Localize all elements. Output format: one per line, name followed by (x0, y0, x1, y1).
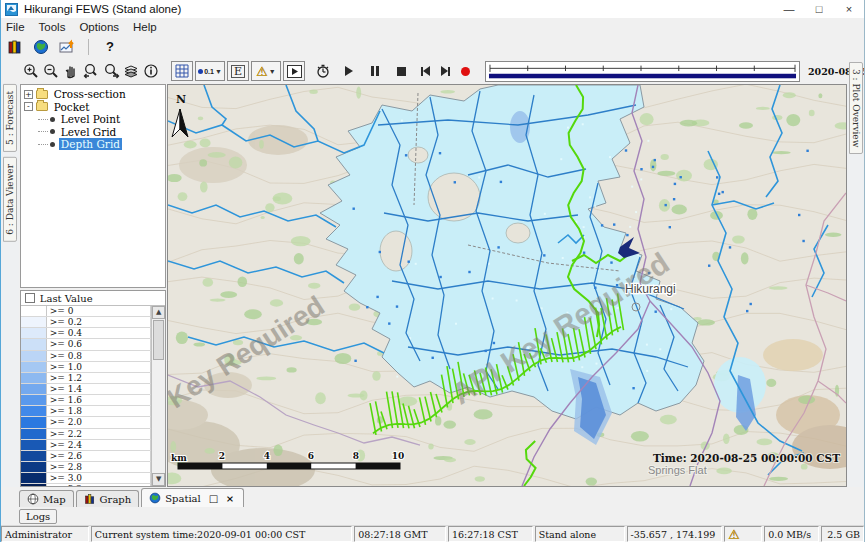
tree-item-label[interactable]: Pocket (52, 101, 92, 113)
legend-row[interactable]: >= 2.2 (21, 429, 151, 440)
record-button[interactable] (455, 61, 475, 81)
tab-graph[interactable]: Graph (76, 490, 140, 507)
timeline-slider[interactable] (485, 61, 800, 82)
legend-row[interactable]: >= 3.0 (21, 473, 151, 484)
legend-row[interactable]: >= 2.4 (21, 440, 151, 451)
legend-row[interactable]: >= 0.4 (21, 328, 151, 339)
tree-item[interactable]: -Pocket (24, 101, 165, 114)
legend-color-swatch (21, 417, 47, 427)
app-window: { "window": { "title": "Hikurangi FEWS (… (0, 0, 865, 542)
legend-row[interactable]: >= 2.8 (21, 462, 151, 473)
play-button[interactable] (339, 61, 359, 81)
step-forward-button[interactable] (435, 61, 455, 81)
warning-triangle-icon: ⚠ (256, 65, 268, 78)
zoom-out-icon[interactable] (41, 61, 61, 81)
thresholds-warning-button[interactable]: ⚠ ▼ (251, 61, 281, 81)
leaf-bullet-icon (50, 117, 55, 122)
classification-button[interactable]: E (227, 61, 249, 81)
pause-button[interactable] (365, 61, 385, 81)
menu-options[interactable]: Options (79, 21, 119, 33)
legend-row[interactable]: >= 3.2 (21, 484, 151, 486)
legend-row[interactable]: >= 1.8 (21, 406, 151, 417)
legend-row[interactable]: >= 0.6 (21, 339, 151, 350)
spatial-display-icon[interactable] (57, 37, 77, 57)
legend-color-swatch (21, 484, 47, 486)
tab-map[interactable]: Map (19, 490, 74, 507)
grid-display-button[interactable] (171, 61, 193, 81)
legend-color-swatch (21, 362, 47, 372)
scroll-down-icon[interactable]: ▼ (152, 473, 165, 486)
tree-item-label[interactable]: Level Grid (59, 126, 119, 138)
help-button[interactable]: ? (100, 37, 120, 57)
scroll-up-icon[interactable]: ▲ (152, 306, 165, 319)
legend-row[interactable]: >= 1.0 (21, 362, 151, 373)
legend-threshold-label: >= 2.0 (47, 417, 151, 427)
map-display-icon[interactable] (31, 37, 51, 57)
status-warning[interactable]: ⚠ (724, 526, 762, 542)
tree-item[interactable]: Level Point (24, 113, 165, 126)
scrollbar-thumb[interactable] (153, 320, 164, 360)
tab-plot-overview[interactable]: 3 : Plot Overview (849, 62, 863, 154)
bottom-tab-bar: Map Graph Spatial □ × (1, 487, 864, 507)
legend-threshold-label: >= 0.6 (47, 339, 151, 349)
forecast-database-icon[interactable] (5, 37, 25, 57)
legend-row[interactable]: >= 0.8 (21, 351, 151, 362)
status-memory: 2.5 GB (821, 526, 864, 542)
tree-item[interactable]: Depth Grid (24, 138, 165, 151)
legend-color-swatch (21, 339, 47, 349)
legend-row[interactable]: >= 2.6 (21, 451, 151, 462)
status-gmt-time: 08:27:18 GMT (354, 526, 446, 542)
tab-data-viewer[interactable]: 6 : Data Viewer (3, 157, 17, 242)
legend-threshold-label: >= 2.4 (47, 440, 151, 450)
pan-hand-icon[interactable] (61, 61, 81, 81)
zoom-next-icon[interactable] (101, 61, 121, 81)
legend-row[interactable]: >= 0.2 (21, 317, 151, 328)
stop-button[interactable] (391, 61, 411, 81)
animation-settings-icon[interactable] (313, 61, 333, 81)
animation-panel-button[interactable] (283, 61, 305, 81)
menu-tools[interactable]: Tools (39, 21, 66, 33)
info-icon[interactable] (141, 61, 161, 81)
legend-scrollbar[interactable]: ▲ ▼ (151, 306, 165, 486)
left-tab-strip: 5 : Forecast 6 : Data Viewer (1, 84, 19, 487)
legend-row[interactable]: >= 1.2 (21, 373, 151, 384)
tree-item-label[interactable]: Cross-section (52, 88, 128, 100)
legend-row[interactable]: >= 1.4 (21, 384, 151, 395)
status-bar: Administrator Current system time:2020-0… (1, 525, 864, 542)
tree-item-label[interactable]: Level Point (59, 113, 122, 125)
window-title: Hikurangi FEWS (Stand alone) (24, 3, 181, 15)
step-back-button[interactable] (415, 61, 435, 81)
layers-icon[interactable] (121, 61, 141, 81)
menu-file[interactable]: File (6, 21, 25, 33)
minimize-button[interactable]: — (774, 1, 804, 18)
legend-panel: Last Value >= 0>= 0.2>= 0.4>= 0.6>= 0.8>… (20, 290, 166, 487)
logs-button[interactable]: Logs (19, 509, 57, 524)
tree-item[interactable]: Level Grid (24, 126, 165, 139)
tree-expander-icon[interactable]: - (24, 102, 33, 111)
zoom-in-icon[interactable] (21, 61, 41, 81)
legend-row[interactable]: >= 1.6 (21, 395, 151, 406)
legend-color-swatch (21, 373, 47, 383)
tab-spatial[interactable]: Spatial □ × (141, 488, 244, 507)
map-canvas[interactable]: API Key Required API Key Required Hikura… (167, 84, 847, 487)
legend-row[interactable]: >= 2.0 (21, 417, 151, 428)
legend-row[interactable]: >= 0 (21, 306, 151, 317)
maximize-button[interactable]: □ (804, 1, 834, 18)
tab-forecast[interactable]: 5 : Forecast (3, 84, 17, 152)
scale-tick-label: 4 (264, 451, 270, 461)
title-bar: Hikurangi FEWS (Stand alone) — □ × (1, 0, 864, 18)
tab-window-controls[interactable]: □ × (209, 493, 236, 504)
main-toolbar: ? (1, 35, 864, 58)
menu-help[interactable]: Help (133, 21, 157, 33)
label-threshold-button[interactable]: 0.1 ▼ (195, 61, 225, 81)
tree-connector (38, 131, 48, 132)
tree-expander-icon[interactable]: + (24, 90, 33, 99)
zoom-previous-icon[interactable] (81, 61, 101, 81)
last-value-checkbox[interactable] (25, 293, 35, 303)
bar-chart-icon (84, 493, 96, 505)
legend-color-swatch (21, 384, 47, 394)
legend-header: Last Value (21, 291, 165, 306)
tree-item-label[interactable]: Depth Grid (59, 138, 122, 150)
close-button[interactable]: × (834, 1, 864, 18)
tree-item[interactable]: +Cross-section (24, 88, 165, 101)
